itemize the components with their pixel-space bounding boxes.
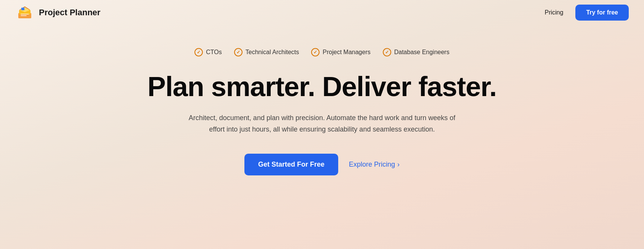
page-wrapper: Project Planner Pricing Try for free CTO… (0, 0, 644, 249)
tags-row: CTOs Technical Architects Project Manage… (194, 48, 449, 56)
tag-technical-architects: Technical Architects (234, 48, 299, 56)
hero-section: CTOs Technical Architects Project Manage… (0, 25, 644, 206)
svg-rect-5 (21, 10, 24, 10)
explore-pricing-label: Explore Pricing (349, 161, 395, 169)
get-started-button[interactable]: Get Started For Free (244, 154, 338, 175)
hero-subheadline: Architect, document, and plan with preci… (189, 112, 456, 135)
check-circle-ctos (194, 48, 203, 56)
tag-technical-architects-label: Technical Architects (246, 49, 299, 56)
tag-ctos-label: CTOs (206, 49, 222, 56)
navbar: Project Planner Pricing Try for free (0, 0, 644, 25)
try-for-free-button[interactable]: Try for free (575, 5, 629, 21)
brand-title: Project Planner (39, 8, 100, 18)
tag-database-engineers-label: Database Engineers (394, 49, 450, 56)
tag-project-managers: Project Managers (311, 48, 370, 56)
check-circle-technical-architects (234, 48, 243, 56)
tag-database-engineers: Database Engineers (383, 48, 450, 56)
nav-right: Pricing Try for free (545, 5, 629, 21)
check-circle-project-managers (311, 48, 320, 56)
tag-project-managers-label: Project Managers (323, 49, 370, 56)
hero-headline: Plan smarter. Deliver faster. (148, 72, 497, 102)
brand-logo-image (16, 4, 34, 21)
pricing-nav-link[interactable]: Pricing (545, 9, 564, 16)
chevron-right-icon: › (397, 161, 400, 169)
logo-icon (15, 3, 34, 22)
tag-ctos: CTOs (194, 48, 222, 56)
check-circle-database-engineers (383, 48, 391, 56)
cta-row: Get Started For Free Explore Pricing › (244, 154, 400, 175)
explore-pricing-button[interactable]: Explore Pricing › (349, 161, 400, 169)
logo-area: Project Planner (15, 3, 100, 22)
